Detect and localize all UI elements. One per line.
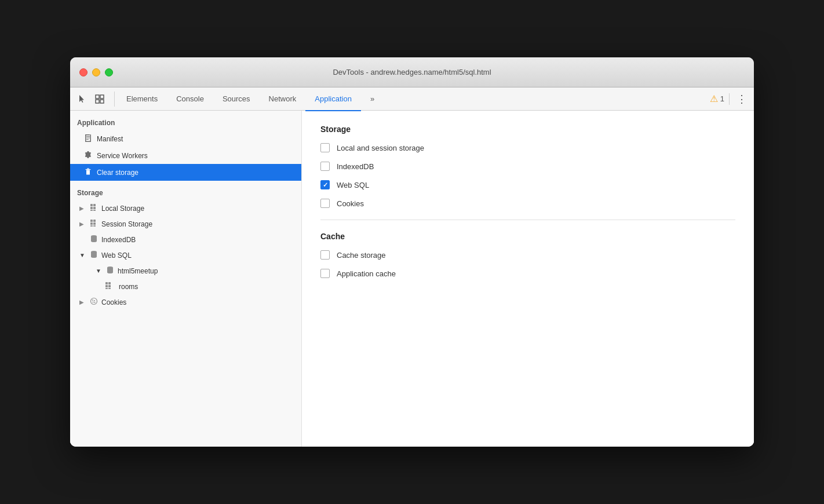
- app-cache-checkbox-item: Application cache: [320, 269, 735, 278]
- svg-rect-23: [93, 220, 96, 222]
- sidebar-item-session-storage[interactable]: ▶ Session Storage: [70, 216, 301, 232]
- local-session-checkbox[interactable]: [320, 143, 330, 152]
- svg-point-57: [94, 300, 95, 301]
- svg-rect-50: [108, 282, 111, 284]
- web-sql-label[interactable]: Web SQL: [337, 181, 369, 189]
- sidebar-item-local-storage[interactable]: ▶ Local Storage: [70, 200, 301, 216]
- table-icon: [105, 282, 113, 291]
- indexed-db-checkbox[interactable]: [320, 162, 330, 171]
- svg-rect-25: [93, 222, 96, 225]
- svg-rect-10: [86, 139, 89, 140]
- gear-icon: [84, 151, 92, 160]
- window-title: DevTools - andrew.hedges.name/html5/sql.…: [333, 68, 491, 76]
- manifest-label: Manifest: [97, 135, 294, 143]
- toolbar-right: ⚠ 1 ⋮: [710, 90, 749, 108]
- db-icon-3: [106, 266, 114, 276]
- svg-rect-14: [87, 171, 88, 174]
- web-sql-checkbox-item: Web SQL: [320, 180, 735, 189]
- svg-rect-15: [89, 171, 89, 174]
- cookies-checkbox-item: Cookies: [320, 199, 735, 208]
- svg-rect-3: [100, 100, 104, 103]
- clear-storage-label: Clear storage: [97, 169, 294, 177]
- sidebar-item-web-sql[interactable]: ▼ Web SQL: [70, 247, 301, 263]
- tab-network[interactable]: Network: [260, 88, 306, 111]
- app-cache-checkbox[interactable]: [320, 269, 330, 278]
- tab-sources[interactable]: Sources: [213, 88, 260, 111]
- indexed-db-label: IndexedDB: [101, 236, 136, 244]
- svg-rect-9: [86, 138, 90, 138]
- svg-point-48: [107, 271, 113, 273]
- svg-point-55: [91, 298, 97, 305]
- tab-elements[interactable]: Elements: [117, 88, 167, 111]
- svg-point-41: [91, 255, 97, 258]
- local-session-checkbox-item: Local and session storage: [320, 143, 735, 152]
- svg-rect-49: [105, 282, 108, 284]
- cursor-icon[interactable]: [75, 92, 90, 107]
- sidebar-item-indexeddb[interactable]: ▶ IndexedDB: [70, 232, 301, 247]
- svg-rect-6: [85, 141, 91, 143]
- main-content: Storage Local and session storage Indexe…: [302, 111, 754, 447]
- sidebar-item-rooms[interactable]: rooms: [70, 279, 301, 294]
- tab-application[interactable]: Application: [305, 88, 361, 111]
- web-sql-checkbox[interactable]: [320, 180, 330, 189]
- arrow-down-icon: ▼: [79, 252, 86, 258]
- indexed-db-checkbox-item: IndexedDB: [320, 162, 735, 171]
- svg-rect-26: [90, 225, 93, 227]
- indexed-db-label[interactable]: IndexedDB: [337, 162, 374, 171]
- local-session-label[interactable]: Local and session storage: [337, 144, 424, 152]
- svg-rect-8: [86, 136, 90, 137]
- devtools-window: DevTools - andrew.hedges.name/html5/sql.…: [70, 57, 754, 447]
- svg-rect-13: [87, 169, 89, 169]
- db-icon-2: [90, 250, 98, 260]
- storage-section-header: Storage: [70, 181, 301, 200]
- svg-rect-27: [93, 225, 96, 227]
- arrow-right-icon-3: ▶: [79, 299, 86, 305]
- warning-icon: ⚠: [710, 93, 718, 104]
- svg-rect-5: [85, 134, 86, 141]
- session-storage-label: Session Storage: [101, 220, 152, 228]
- svg-rect-20: [90, 210, 93, 211]
- trash-icon: [84, 167, 92, 177]
- svg-rect-21: [93, 210, 96, 211]
- arrow-right-icon-2: ▶: [79, 221, 86, 227]
- app-cache-label[interactable]: Application cache: [337, 269, 396, 278]
- db-icon: [90, 235, 98, 244]
- svg-rect-11: [86, 170, 90, 175]
- close-button[interactable]: [79, 68, 87, 76]
- svg-rect-7: [90, 134, 92, 141]
- sidebar-item-html5meetup[interactable]: ▼ html5meetup: [70, 263, 301, 279]
- sidebar-item-clear-storage[interactable]: Clear storage: [70, 164, 301, 181]
- traffic-lights: [79, 68, 113, 76]
- svg-rect-22: [90, 220, 93, 222]
- cookies-label[interactable]: Cookies: [337, 199, 364, 208]
- more-options-button[interactable]: ⋮: [734, 90, 749, 108]
- svg-point-34: [91, 240, 97, 242]
- sidebar-item-cookies[interactable]: ▶ Cookies: [70, 294, 301, 310]
- cache-storage-label[interactable]: Cache storage: [337, 251, 386, 260]
- tab-console[interactable]: Console: [167, 88, 213, 111]
- svg-rect-17: [93, 204, 96, 206]
- cookie-icon: [90, 297, 98, 307]
- svg-rect-16: [90, 204, 93, 206]
- svg-rect-1: [100, 95, 104, 98]
- cookies-checkbox[interactable]: [320, 199, 330, 208]
- arrow-down-icon-2: ▼: [96, 268, 103, 274]
- svg-rect-12: [86, 169, 91, 170]
- cache-storage-checkbox[interactable]: [320, 250, 330, 260]
- more-tabs-button[interactable]: »: [361, 88, 384, 111]
- storage-section-title: Storage: [320, 125, 735, 134]
- titlebar: DevTools - andrew.hedges.name/html5/sql.…: [70, 57, 754, 87]
- svg-point-59: [94, 302, 96, 303]
- minimize-button[interactable]: [92, 68, 100, 76]
- svg-rect-51: [105, 285, 108, 287]
- sidebar-item-service-workers[interactable]: Service Workers: [70, 147, 301, 164]
- sidebar-item-manifest[interactable]: Manifest: [70, 130, 301, 147]
- html5meetup-label: html5meetup: [118, 267, 158, 275]
- svg-point-56: [92, 300, 93, 301]
- maximize-button[interactable]: [105, 68, 113, 76]
- toolbar-icons: [75, 92, 115, 107]
- inspect-icon[interactable]: [92, 92, 107, 107]
- devtools-body: Application Manifest: [70, 111, 754, 447]
- svg-rect-2: [96, 100, 99, 103]
- svg-rect-54: [108, 288, 111, 289]
